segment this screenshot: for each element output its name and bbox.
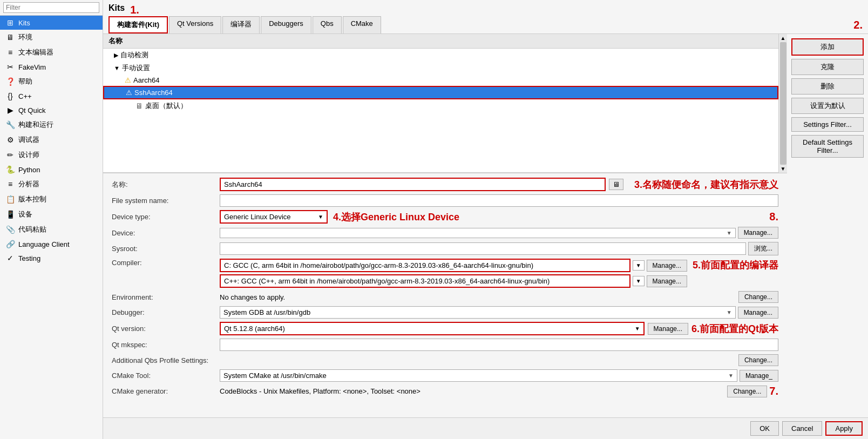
device-select[interactable]: ▼ [220,228,736,238]
additional-qbs-change-button[interactable]: Change... [738,354,778,366]
qt-mkspec-input[interactable] [220,339,778,351]
environment-label: Environment: [112,293,220,301]
version-control-icon: 📋 [5,195,15,204]
text-editor-icon: ≡ [5,48,15,57]
sidebar-item-kits[interactable]: ⊞ Kits [0,16,103,30]
sidebar-item-build-run[interactable]: 🔧 构建和运行 [0,117,103,132]
tab-kits[interactable]: 构建套件(Kit) [109,16,168,33]
tab-cmake[interactable]: CMake [343,16,381,33]
tree-item-label: 自动检测 [120,50,148,60]
build-run-icon: 🔧 [5,120,15,129]
cmake-generator-change-button[interactable]: Change... [727,386,767,397]
sidebar-item-label: 文本编辑器 [18,48,53,57]
code-paste-icon: 📎 [5,225,15,234]
cpp-icon: {} [5,92,15,100]
sidebar-item-cpp[interactable]: {} C++ [0,89,103,103]
compiler-c-display: C: GCC (C, arm 64bit in /home/airobot/pa… [220,259,630,272]
tree-item-label: Aarch64 [133,76,159,84]
environment-change-button[interactable]: Change... [738,291,778,303]
name-icon-button[interactable]: 🖥 [609,179,623,190]
sidebar-item-label: C++ [18,92,32,100]
qt-version-manage-button[interactable]: Manage... [648,323,688,335]
sysroot-browse-button[interactable]: 浏览... [748,242,778,255]
filter-input[interactable] [3,2,99,13]
debugger-icon: ⚙ [5,136,15,144]
dropdown-arrow-icon: ▼ [318,214,323,220]
sidebar-item-python[interactable]: 🐍 Python [0,163,103,177]
sidebar-item-language-client[interactable]: 🔗 Language Client [0,237,103,251]
debugger-manage-button[interactable]: Manage... [738,307,778,319]
device-manage-button[interactable]: Manage... [738,227,778,239]
sidebar: ⊞ Kits 🖥 环境 ≡ 文本编辑器 ✂ FakeVim ❓ 帮助 {} C+… [0,0,103,439]
sidebar-item-qt-quick[interactable]: ▶ Qt Quick [0,103,103,117]
debugger-select[interactable]: System GDB at /usr/bin/gdb ▼ [220,306,736,319]
environment-icon: 🖥 [5,33,15,42]
annot6: 6.前面配置的Qt版本 [691,322,778,335]
delete-button[interactable]: 删除 [791,78,864,94]
sysroot-label: Sysroot: [112,245,220,253]
settings-filter-button[interactable]: Settings Filter... [791,117,864,132]
add-button[interactable]: 添加 [791,38,864,56]
tab-debuggers[interactable]: Debuggers [261,16,311,33]
clone-button[interactable]: 克隆 [791,59,864,75]
qt-version-value: Qt 5.12.8 (aarch64) [224,325,285,333]
tree-item-aarch64[interactable]: ⚠ Aarch64 [103,75,778,86]
scroll-up-arrow[interactable]: ▲ [781,35,786,41]
sidebar-item-code-paste[interactable]: 📎 代码粘贴 [0,222,103,237]
annot3: 3.名称随便命名，建议有指示意义 [634,178,778,191]
dropdown-arrow-icon: ▼ [635,326,640,332]
compiler-cpp-display: C++: GCC (C++, arm 64bit in /home/airobo… [220,274,630,288]
annot8: 8. [769,211,778,223]
scroll-down-arrow[interactable]: ▼ [781,166,786,172]
annot5: 5.前面配置的编译器 [693,259,778,272]
sidebar-item-text-editor[interactable]: ≡ 文本编辑器 [0,45,103,60]
compiler-c-manage-button[interactable]: Manage... [647,260,687,272]
tree-arrow-icon: ▼ [114,65,120,71]
cancel-button[interactable]: Cancel [782,421,822,436]
sidebar-item-fakevim[interactable]: ✂ FakeVim [0,60,103,74]
qt-mkspec-label: Qt mkspec: [112,341,220,349]
name-input[interactable] [220,178,606,191]
sidebar-item-help[interactable]: ❓ 帮助 [0,74,103,89]
sysroot-row: Sysroot: 浏览... [112,242,778,255]
sidebar-item-devices[interactable]: 📱 设备 [0,207,103,222]
tab-qbs[interactable]: Qbs [313,16,342,33]
cmake-tool-manage-button[interactable]: Manage_ [740,370,778,382]
qt-version-select[interactable]: Qt 5.12.8 (aarch64) ▼ [220,322,645,335]
sidebar-item-label: 分析器 [18,179,39,189]
qt-mkspec-row: Qt mkspec: [112,339,778,351]
device-type-select[interactable]: Generic Linux Device ▼ [220,210,328,224]
file-system-name-input[interactable] [220,194,778,207]
dropdown-arrow-icon[interactable]: ▼ [633,276,645,286]
sidebar-item-label: 帮助 [18,77,32,86]
apply-button[interactable]: Apply [825,421,863,436]
sidebar-item-designer[interactable]: ✏ 设计师 [0,147,103,163]
tab-qt-versions[interactable]: Qt Versions [169,16,221,33]
qt-quick-icon: ▶ [5,106,15,114]
tree-item-desktop[interactable]: 🖥 桌面（默认） [103,99,778,112]
sidebar-item-testing[interactable]: ✓ Testing [0,251,103,265]
sysroot-input[interactable] [220,242,746,255]
default-settings-filter-button[interactable]: Default Settings Filter... [791,135,864,158]
kits-icon: ⊞ [5,18,15,27]
set-default-button[interactable]: 设置为默认 [791,98,864,114]
testing-icon: ✓ [5,254,15,262]
dropdown-arrow-icon[interactable]: ▼ [633,260,645,271]
device-row: Device: ▼ Manage... [112,227,778,239]
sidebar-item-environment[interactable]: 🖥 环境 [0,30,103,45]
compiler-cpp-manage-button[interactable]: Manage... [647,275,687,287]
sidebar-item-analyzer[interactable]: ≡ 分析器 [0,177,103,192]
sidebar-item-label: 版本控制 [18,194,46,204]
device-label: Device: [112,229,220,237]
designer-icon: ✏ [5,151,15,159]
sidebar-item-debugger[interactable]: ⚙ 调试器 [0,132,103,147]
sidebar-item-version-control[interactable]: 📋 版本控制 [0,192,103,207]
additional-qbs-label: Additional Qbs Profile Settings: [112,356,220,364]
tree-item-label: SshAarch64 [134,89,173,97]
tree-item-auto-detect[interactable]: ▶ 自动检测 [103,49,778,62]
tree-item-sshaarch64[interactable]: ⚠ SshAarch64 [103,86,778,99]
tree-item-manual-group[interactable]: ▼ 手动设置 [103,62,778,75]
ok-button[interactable]: OK [750,421,779,436]
tab-compilers[interactable]: 编译器 [222,16,260,33]
cmake-tool-select[interactable]: System CMake at /usr/bin/cmake ▼ [220,369,737,382]
